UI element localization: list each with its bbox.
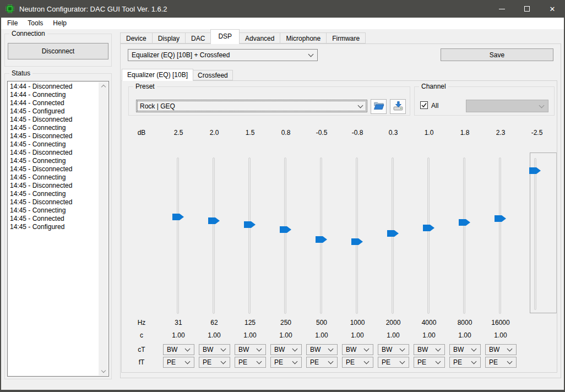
tab-device[interactable]: Device	[120, 32, 153, 43]
tab-display[interactable]: Display	[152, 32, 186, 43]
tab-microphone[interactable]: Microphone	[280, 32, 327, 43]
ft-select-125-value: PE	[238, 358, 247, 366]
ct-select-2000[interactable]: BW	[378, 344, 409, 355]
dsp-mode-select[interactable]: Equalizer (EQ) [10B] + Crossfeed	[128, 49, 318, 61]
disconnect-button[interactable]: Disconnect	[8, 43, 108, 59]
status-entry[interactable]: 14:45 - Connecting	[10, 140, 99, 149]
preset-load-button[interactable]	[371, 99, 387, 114]
ct-select-4000[interactable]: BW	[414, 344, 445, 355]
ft-select-1000[interactable]: PE	[342, 357, 373, 368]
subtab-equalizer[interactable]: Equalizer (EQ) [10B]	[122, 69, 193, 81]
eq-slider-16000[interactable]	[499, 157, 501, 314]
status-entry[interactable]: 14:45 - Configured	[10, 107, 99, 116]
ft-select-31-value: PE	[167, 358, 176, 366]
chevron-down-icon	[436, 346, 441, 352]
eq-slider-250[interactable]	[284, 157, 286, 314]
status-entry[interactable]: 14:45 - Connecting	[10, 173, 99, 182]
eq-slider-8000[interactable]	[463, 157, 465, 314]
ft-select-500[interactable]: PE	[306, 357, 338, 368]
eq-slider-31[interactable]	[177, 157, 179, 314]
ct-select-250-value: BW	[274, 346, 285, 353]
status-entry[interactable]: 14:45 - Connected	[10, 215, 99, 223]
ft-select-8000[interactable]: PE	[449, 357, 481, 368]
app-window: Neutron Configurator: DAC GUI Tool Ver. …	[0, 0, 565, 392]
ct-select-62[interactable]: BW	[199, 344, 230, 355]
chevron-down-icon	[471, 359, 477, 364]
menu-item-help[interactable]: Help	[48, 18, 72, 29]
tab-dac[interactable]: DAC	[185, 32, 211, 43]
status-scrollbar[interactable]	[99, 82, 108, 375]
eq-slider-62[interactable]	[213, 157, 215, 314]
preset-value: Rock | GEQ	[140, 102, 175, 110]
ct-select-16000-value: BW	[489, 346, 499, 353]
ct-select-8000[interactable]: BW	[449, 344, 481, 355]
chevron-down-icon	[185, 346, 191, 352]
status-entry[interactable]: 14:44 - Connected	[10, 99, 99, 107]
status-entry[interactable]: 14:44 - Connecting	[10, 91, 99, 99]
save-button[interactable]: Save	[441, 48, 553, 61]
ft-select-4000-value: PE	[417, 358, 426, 366]
status-entry[interactable]: 14:45 - Connecting	[10, 206, 99, 215]
status-entry[interactable]: 14:45 - Connecting	[10, 190, 99, 198]
status-entry[interactable]: 14:45 - Disconnected	[10, 198, 99, 206]
eq-slider-500[interactable]	[320, 157, 322, 314]
menu-bar: FileToolsHelp	[1, 18, 564, 29]
eq-slider-4000[interactable]	[427, 157, 430, 314]
maximize-button[interactable]	[514, 0, 540, 18]
maximize-icon	[524, 6, 530, 12]
status-entry[interactable]: 14:44 - Disconnected	[10, 83, 99, 91]
title-bar[interactable]: Neutron Configurator: DAC GUI Tool Ver. …	[0, 0, 565, 18]
status-listbox[interactable]: 14:44 - Disconnected14:44 - Connecting14…	[7, 81, 109, 377]
scroll-down-icon[interactable]	[101, 368, 105, 373]
chevron-down-icon	[292, 346, 298, 352]
chevron-down-icon	[221, 359, 226, 364]
status-entry[interactable]: 14:45 - Disconnected	[10, 165, 99, 173]
preset-save-button[interactable]	[390, 99, 406, 114]
status-entry[interactable]: 14:45 - Configured	[10, 223, 99, 231]
close-button[interactable]: ✕	[540, 0, 565, 18]
status-entry[interactable]: 14:45 - Disconnected	[10, 116, 99, 124]
status-entry[interactable]: 14:45 - Connecting	[10, 157, 99, 165]
c-row-label: c	[131, 331, 152, 339]
preamp-slider[interactable]	[534, 158, 536, 310]
ft-select-62-value: PE	[203, 358, 211, 366]
chevron-down-icon	[328, 359, 334, 364]
ct-select-250[interactable]: BW	[270, 344, 302, 355]
ft-select-31[interactable]: PE	[163, 357, 194, 368]
tab-firmware[interactable]: Firmware	[326, 32, 366, 43]
status-entry[interactable]: 14:45 - Disconnected	[10, 182, 99, 190]
ct-select-125[interactable]: BW	[235, 344, 266, 355]
ct-select-4000-value: BW	[417, 346, 428, 353]
chevron-down-icon	[436, 359, 441, 364]
ft-select-250-value: PE	[274, 358, 283, 366]
minimize-button[interactable]	[489, 0, 514, 18]
tab-advanced[interactable]: Advanced	[239, 32, 280, 43]
ct-select-31[interactable]: BW	[163, 344, 194, 355]
ft-select-62[interactable]: PE	[199, 357, 230, 368]
ft-select-250[interactable]: PE	[270, 357, 302, 368]
ft-select-125[interactable]: PE	[235, 357, 266, 368]
ct-select-62-value: BW	[203, 346, 213, 353]
menu-item-file[interactable]: File	[2, 18, 23, 29]
window-controls: ✕	[489, 0, 565, 18]
status-entry[interactable]: 14:45 - Connecting	[10, 124, 99, 132]
eq-slider-1000[interactable]	[356, 157, 358, 314]
ct-select-500[interactable]: BW	[306, 344, 338, 355]
ct-select-1000[interactable]: BW	[342, 344, 373, 355]
ct-select-16000[interactable]: BW	[485, 344, 517, 355]
ft-select-4000[interactable]: PE	[414, 357, 445, 368]
channel-all-checkbox[interactable]	[420, 101, 428, 109]
status-entry[interactable]: 14:45 - Disconnected	[10, 132, 99, 140]
status-entry[interactable]: 14:45 - Disconnected	[10, 149, 99, 157]
subtab-crossfeed[interactable]: Crossfeed	[193, 70, 233, 80]
ft-select-2000[interactable]: PE	[378, 357, 409, 368]
preset-select[interactable]: Rock | GEQ	[136, 100, 367, 112]
tab-dsp[interactable]: DSP	[210, 29, 240, 44]
dsp-mode-value: Equalizer (EQ) [10B] + Crossfeed	[132, 51, 230, 59]
ft-select-16000[interactable]: PE	[485, 357, 517, 368]
ct-select-1000-value: BW	[346, 346, 356, 353]
menu-item-tools[interactable]: Tools	[23, 18, 48, 29]
eq-slider-125[interactable]	[248, 157, 251, 314]
scroll-up-icon[interactable]	[101, 85, 105, 89]
preset-group: Preset Rock | GEQ	[128, 86, 410, 116]
